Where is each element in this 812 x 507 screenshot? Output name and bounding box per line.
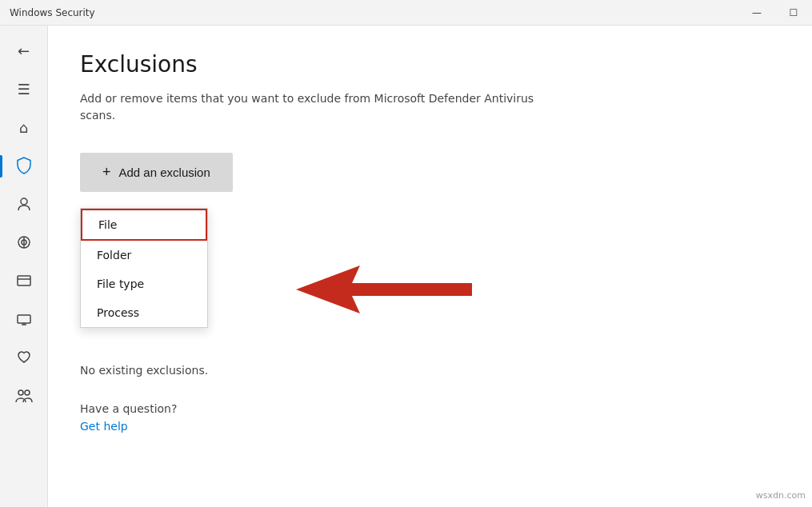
- arrow-annotation: [296, 257, 472, 325]
- health-icon: [16, 349, 32, 368]
- page-title: Exclusions: [80, 51, 780, 78]
- sidebar-item-family[interactable]: [0, 377, 48, 416]
- svg-point-9: [18, 390, 23, 395]
- sidebar-item-device[interactable]: [0, 301, 48, 339]
- sidebar-item-health[interactable]: [0, 339, 48, 377]
- shield-icon: [16, 157, 32, 177]
- app-container: ← ☰ ⌂: [0, 26, 812, 507]
- page-description: Add or remove items that you want to exc…: [80, 90, 560, 124]
- firewall-icon: [16, 234, 32, 253]
- svg-marker-11: [296, 265, 472, 313]
- account-icon: [16, 196, 32, 214]
- dropdown-item-filetype[interactable]: File type: [81, 269, 207, 298]
- svg-rect-4: [18, 276, 30, 285]
- device-icon: [16, 311, 32, 329]
- sidebar-item-firewall[interactable]: [0, 224, 48, 262]
- titlebar: Windows Security — ☐: [0, 0, 812, 26]
- titlebar-controls: — ☐: [738, 0, 812, 25]
- svg-point-10: [25, 390, 30, 395]
- no-existing-text: No existing exclusions.: [80, 364, 780, 377]
- have-question-text: Have a question?: [80, 402, 780, 415]
- home-icon: ⌂: [19, 121, 28, 135]
- add-exclusion-label: Add an exclusion: [119, 166, 210, 179]
- main-content: Exclusions Add or remove items that you …: [48, 26, 812, 507]
- exclusion-dropdown: File Folder File type Process: [80, 208, 208, 328]
- titlebar-title: Windows Security: [10, 7, 95, 18]
- dropdown-item-folder[interactable]: Folder: [81, 241, 207, 269]
- add-exclusion-container: + Add an exclusion File Folder File type…: [80, 153, 233, 208]
- sidebar-item-home[interactable]: ⌂: [0, 109, 48, 147]
- sidebar-item-account[interactable]: [0, 186, 48, 224]
- no-existing-container: No existing exclusions.: [80, 364, 780, 377]
- get-help-link[interactable]: Get help: [80, 420, 128, 433]
- minimize-button[interactable]: —: [738, 0, 775, 26]
- back-icon: ←: [18, 44, 30, 58]
- footer-section: Have a question? Get help: [80, 402, 780, 433]
- plus-icon: +: [102, 164, 111, 181]
- sidebar: ← ☰ ⌂: [0, 26, 48, 507]
- svg-point-0: [21, 198, 27, 205]
- watermark: wsxdn.com: [756, 490, 806, 501]
- svg-rect-6: [18, 315, 30, 323]
- dropdown-item-file[interactable]: File: [81, 209, 207, 241]
- sidebar-item-menu[interactable]: ☰: [0, 70, 48, 109]
- maximize-button[interactable]: ☐: [775, 0, 812, 26]
- sidebar-item-back[interactable]: ←: [0, 32, 48, 70]
- menu-icon: ☰: [17, 82, 30, 97]
- sidebar-item-shield[interactable]: [0, 147, 48, 186]
- dropdown-item-process[interactable]: Process: [81, 298, 207, 327]
- sidebar-item-browser[interactable]: [0, 262, 48, 301]
- browser-icon: [16, 273, 32, 291]
- add-exclusion-button[interactable]: + Add an exclusion: [80, 153, 233, 192]
- family-icon: [15, 388, 33, 406]
